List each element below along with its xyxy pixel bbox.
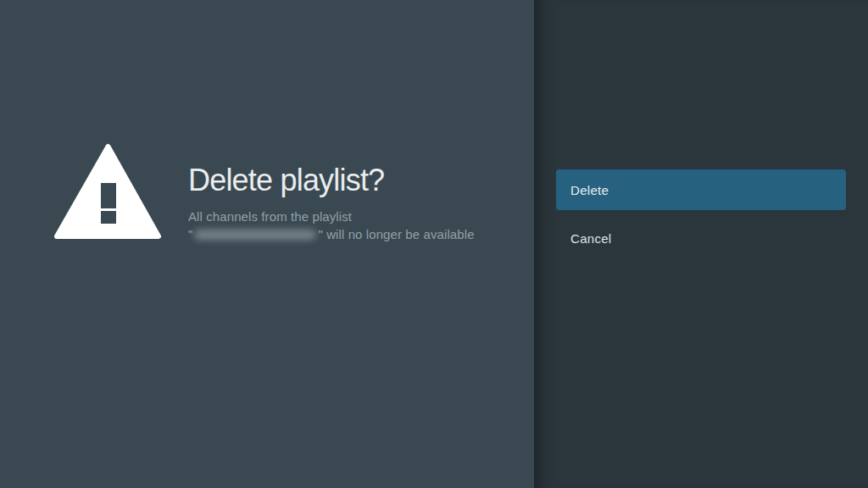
cancel-button-label: Cancel (570, 231, 612, 246)
warning-triangle-icon (53, 143, 162, 240)
dialog-content-pane: Delete playlist? All channels from the p… (0, 0, 534, 488)
delete-playlist-dialog: Delete playlist? All channels from the p… (0, 0, 868, 488)
dialog-title: Delete playlist? (188, 163, 384, 198)
description-line2-suffix: " will no longer be available (318, 227, 474, 241)
delete-button-label: Delete (570, 183, 609, 197)
description-line1: All channels from the playlist (188, 209, 352, 224)
actions-pane: Delete Cancel (534, 0, 868, 488)
redacted-playlist-name (194, 230, 316, 240)
delete-button[interactable]: Delete (556, 169, 846, 210)
dialog-description: All channels from the playlist"" will no… (188, 208, 475, 243)
open-quote: " (188, 227, 192, 241)
cancel-button[interactable]: Cancel (556, 218, 846, 258)
